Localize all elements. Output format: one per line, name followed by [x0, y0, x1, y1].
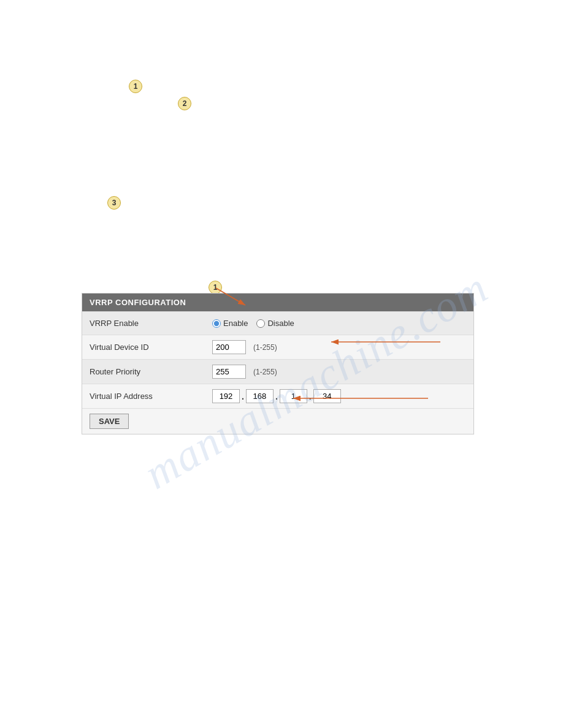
virtual-device-id-label: Virtual Device ID [90, 343, 212, 352]
vrrp-enable-label-text: Enable [223, 319, 248, 328]
save-row: SAVE [82, 408, 473, 434]
virtual-ip-address-control: . . . [212, 389, 341, 403]
ip-dot-1: . [242, 392, 244, 401]
vrrp-enable-option[interactable]: Enable [212, 319, 248, 328]
annotation-bubble-3-top: 3 [107, 196, 121, 210]
annotation-bubble-1-top: 1 [129, 80, 142, 93]
virtual-device-id-input[interactable] [212, 340, 246, 354]
ip-group: . . . [212, 389, 341, 403]
vrrp-enable-radio[interactable] [212, 319, 221, 328]
vrrp-config-panel: VRRP CONFIGURATION VRRP Enable Enable Di… [82, 293, 474, 434]
router-priority-hint: (1-255) [253, 368, 277, 376]
vrrp-panel-title: VRRP CONFIGURATION [90, 298, 186, 307]
ip-octet-1[interactable] [212, 389, 240, 403]
annotation-bubble-1-panel: 1 [209, 281, 222, 294]
vrrp-panel-header: VRRP CONFIGURATION [82, 294, 473, 311]
virtual-device-id-control: (1-255) [212, 340, 277, 354]
vrrp-disable-radio[interactable] [256, 319, 265, 328]
router-priority-control: (1-255) [212, 365, 277, 379]
virtual-device-id-row: Virtual Device ID (1-255) [82, 335, 473, 359]
ip-octet-4[interactable] [313, 389, 341, 403]
vrrp-disable-label-text: Disable [267, 319, 294, 328]
vrrp-enable-label: VRRP Enable [90, 319, 212, 328]
vrrp-disable-option[interactable]: Disable [256, 319, 294, 328]
ip-octet-2[interactable] [246, 389, 274, 403]
router-priority-label: Router Priority [90, 367, 212, 376]
ip-dot-3: . [309, 392, 312, 401]
virtual-ip-address-row: Virtual IP Address . . . [82, 384, 473, 408]
vrrp-enable-row: VRRP Enable Enable Disable [82, 311, 473, 335]
virtual-device-id-hint: (1-255) [253, 343, 277, 352]
router-priority-row: Router Priority (1-255) [82, 359, 473, 384]
annotation-bubble-2-top: 2 [178, 97, 191, 110]
vrrp-enable-control: Enable Disable [212, 319, 294, 328]
ip-octet-3[interactable] [280, 389, 307, 403]
ip-dot-2: . [275, 392, 278, 401]
save-button[interactable]: SAVE [90, 414, 129, 429]
virtual-ip-address-label: Virtual IP Address [90, 392, 212, 401]
router-priority-input[interactable] [212, 365, 246, 379]
